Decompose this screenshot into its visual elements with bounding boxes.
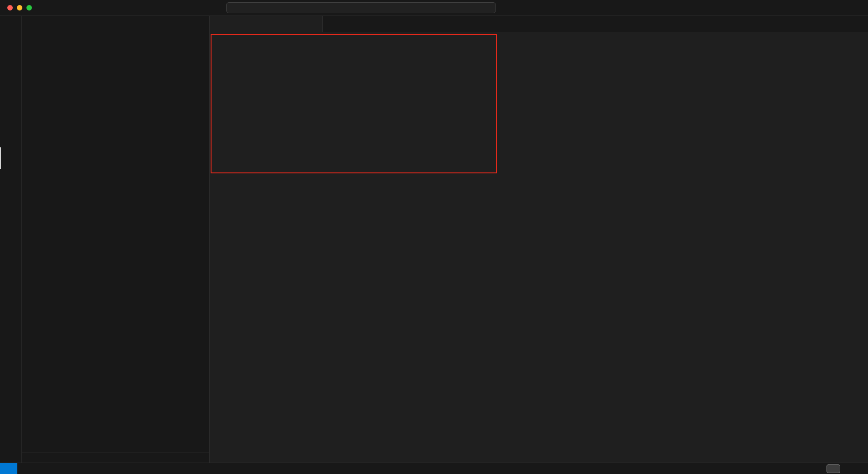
zoom-status-item[interactable]: [827, 464, 840, 473]
tab-bar: [210, 16, 868, 32]
editor-more-actions-icon[interactable]: [854, 21, 862, 28]
connections-section-header[interactable]: [22, 32, 209, 42]
status-bar: [0, 463, 868, 474]
search-icon: [357, 5, 363, 11]
magnifier-icon: [831, 466, 836, 471]
warning-icon: [31, 466, 37, 472]
chevron-down-icon: [510, 5, 515, 10]
notifications-bell-icon[interactable]: [857, 465, 863, 472]
add-connection-icon[interactable]: [173, 33, 180, 41]
editor-content: [210, 32, 868, 463]
activity-bar: [0, 16, 22, 463]
copilot-icon: [501, 4, 509, 12]
object-explorer-tree: [22, 42, 209, 453]
remote-indicator[interactable]: [0, 463, 17, 474]
navigate-forward-icon[interactable]: [212, 4, 219, 11]
activity-bar-spacer: [0, 169, 21, 419]
activity-source-control-icon[interactable]: [0, 60, 21, 82]
duplicate-icon[interactable]: [196, 33, 204, 41]
toggle-panel-icon[interactable]: [841, 4, 848, 11]
customize-layout-icon[interactable]: [815, 4, 822, 11]
close-window-button[interactable]: [7, 5, 13, 10]
window-controls: [7, 5, 32, 10]
toggle-primary-sidebar-icon[interactable]: [828, 4, 835, 11]
settings-gear-icon[interactable]: [0, 441, 21, 463]
query-history-section-header[interactable]: [22, 453, 209, 463]
annotation-red-box: [211, 34, 497, 173]
activity-explorer-icon[interactable]: [0, 16, 21, 38]
copilot-menu[interactable]: [501, 4, 515, 12]
activity-search-icon[interactable]: [0, 38, 21, 60]
navigate-back-icon[interactable]: [199, 4, 206, 11]
split-editor-icon[interactable]: [841, 21, 848, 28]
vscode-window: [0, 0, 868, 474]
activity-extensions-icon[interactable]: [0, 125, 21, 147]
copilot-status-icon[interactable]: [845, 465, 852, 472]
connection-groups-icon[interactable]: [185, 33, 192, 41]
sidebar-more-actions-icon[interactable]: [196, 21, 203, 28]
tab-object-explorer-filter[interactable]: [210, 16, 323, 32]
minimize-window-button[interactable]: [17, 5, 22, 10]
remote-icon: [5, 465, 12, 472]
command-center-search[interactable]: [226, 2, 496, 13]
activity-run-debug-icon[interactable]: [0, 82, 21, 104]
maximize-window-button[interactable]: [26, 5, 32, 10]
editor-group: [210, 16, 868, 463]
workbench: [0, 16, 868, 463]
activity-remote-explorer-icon[interactable]: [0, 104, 21, 125]
problems-status[interactable]: [17, 466, 39, 472]
titlebar: [0, 0, 868, 16]
toggle-secondary-sidebar-icon[interactable]: [854, 4, 862, 11]
sidebar-sql-server: [22, 16, 210, 463]
chevron-down-icon[interactable]: [24, 33, 31, 41]
chevron-right-icon[interactable]: [24, 454, 31, 462]
error-icon: [22, 466, 28, 472]
accounts-icon[interactable]: [0, 419, 21, 441]
close-tab-icon[interactable]: [311, 21, 318, 27]
activity-sql-server-icon[interactable]: [0, 147, 21, 169]
filter-icon: [215, 21, 222, 27]
